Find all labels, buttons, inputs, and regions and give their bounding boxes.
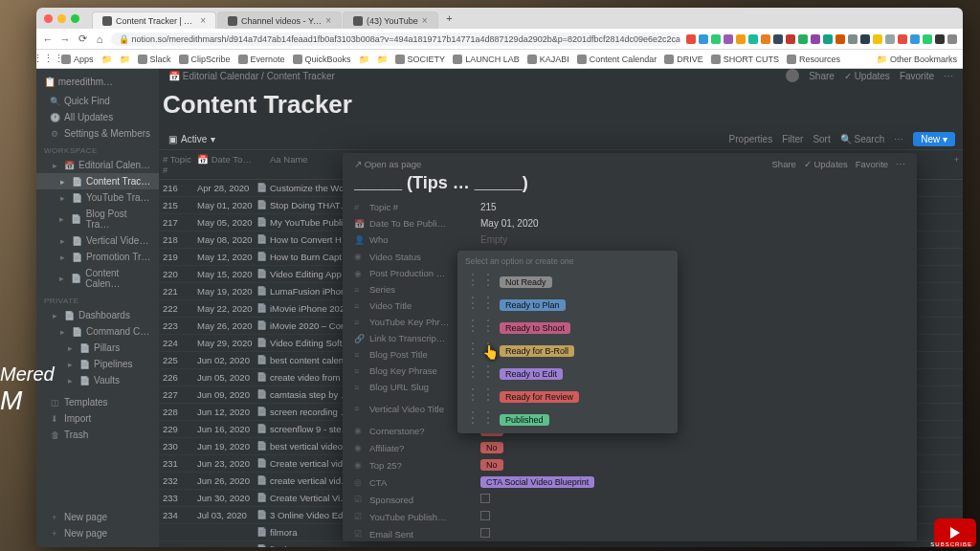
property-value[interactable]: Empty [480,234,905,245]
property-row[interactable]: 👤WhoEmpty [354,231,905,248]
property-value[interactable]: CTA Social Video Blueprint [480,476,905,488]
extension-icon[interactable] [748,34,758,44]
bookmark-item[interactable]: QuickBooks [293,55,351,64]
extension-icon[interactable] [798,34,808,44]
sidebar-item[interactable]: ▸📄Vertical Vide… [36,232,159,249]
all-updates[interactable]: 🕐All Updates [36,109,159,125]
column-header[interactable]: 📅 Date To… [197,154,256,175]
open-as-page[interactable]: ↗ Open as page [354,159,421,169]
bookmark-item[interactable]: ClipScribe [179,55,231,64]
property-row[interactable]: ◉Affiliate?No [354,439,905,456]
bookmark-item[interactable]: Apps [61,55,94,64]
forward-button[interactable]: → [59,33,71,45]
bookmark-item[interactable]: Content Calendar [577,55,657,64]
share-button[interactable]: Share [772,159,796,169]
workspace-switcher[interactable]: 📋 meredithm… [36,75,159,89]
extension-icon[interactable] [786,34,795,44]
page-title[interactable]: Content Tracker [159,90,963,127]
add-column[interactable]: + [940,154,959,175]
window-minimize[interactable] [57,14,66,23]
extension-icon[interactable] [811,34,820,44]
sidebar-item[interactable]: ▸📄YouTube Tra… [36,189,159,206]
extension-icon[interactable] [947,34,957,44]
close-icon[interactable]: × [200,15,206,26]
favorite-button[interactable]: Favorite [856,159,888,169]
extension-icon[interactable] [910,34,920,44]
sidebar-item[interactable]: ▸📄Blog Post Tra… [36,206,159,232]
new-tab[interactable]: + [444,12,456,24]
dropdown-option[interactable]: ⋮⋮Ready to Edit [461,361,674,383]
sidebar-item[interactable]: ▸📄Content Calen… [36,265,159,292]
checkbox[interactable] [480,528,490,538]
dropdown-option[interactable]: ⋮⋮Ready to Plan [461,292,674,314]
bookmark-item[interactable]: Slack [138,55,171,64]
sidebar-item[interactable]: ▸📄Pillars [36,340,159,356]
new-page-button[interactable]: +New page [36,509,159,525]
extension-icon[interactable] [773,34,783,44]
property-row[interactable]: 📅Date To Be Publi…May 01, 2020 [354,215,905,231]
updates-button[interactable]: ✓ Updates [804,159,848,169]
property-value[interactable]: May 01, 2020 [480,218,905,229]
dropdown-option[interactable]: ⋮⋮Ready to Shoot [461,315,674,337]
apps-button[interactable]: ⋮⋮⋮ [42,54,54,65]
panel-title[interactable]: _____ (Tips … _____) [354,173,905,193]
extension-icon[interactable] [848,34,858,44]
extension-icon[interactable] [761,34,770,44]
sidebar-item[interactable]: ▸📄Command C… [36,323,159,340]
sidebar-item[interactable]: ▸📄Dashboards [36,307,159,323]
breadcrumb[interactable]: Content Tracker [267,71,335,81]
extension-icon[interactable] [873,34,882,44]
property-row[interactable]: ☑Email Sent [354,525,905,541]
properties-button[interactable]: Properties [729,134,773,144]
extension-icon[interactable] [885,34,895,44]
favorite-button[interactable]: Favorite [900,71,934,81]
extension-icon[interactable] [711,34,721,44]
bookmark-item[interactable]: 📁 [377,55,388,64]
checkbox[interactable] [480,494,490,503]
property-value[interactable]: No [480,459,905,471]
sidebar-item[interactable]: ▸📄Pipelines [36,356,159,372]
templates[interactable]: ◫Templates [36,394,159,410]
reload-button[interactable]: ⟳ [77,33,88,45]
avatar[interactable] [786,69,799,82]
extension-icon[interactable] [898,34,907,44]
more-menu[interactable]: ⋯ [896,159,905,169]
import[interactable]: ⬇Import [36,410,159,427]
extension-icon[interactable] [860,34,870,44]
extension-icon[interactable] [736,34,746,44]
property-value[interactable]: No [480,442,905,453]
bookmark-item[interactable]: Resources [787,55,840,64]
browser-tab[interactable]: Channel videos - YouTube St…× [217,11,342,29]
checkbox[interactable] [480,511,490,520]
search-button[interactable]: 🔍 Search [840,134,884,144]
property-row[interactable]: ◎CTACTA Social Video Blueprint [354,474,905,491]
browser-tab[interactable]: Content Tracker | Active× [92,11,216,29]
more-menu[interactable]: ⋯ [944,71,953,81]
column-header[interactable]: # Topic # [163,154,197,175]
property-row[interactable]: ☑Sponsored [354,491,905,508]
home-button[interactable]: ⌂ [94,33,105,45]
bookmark-item[interactable]: 📁 [120,55,130,64]
close-icon[interactable]: × [422,15,428,26]
dropdown-option[interactable]: ⋮⋮Published [461,407,674,429]
property-value[interactable] [480,511,905,522]
extension-icon[interactable] [923,34,932,44]
dropdown-option[interactable]: ⋮⋮Not Ready [461,269,674,291]
sidebar-item[interactable]: ▸📄Vaults [36,372,159,388]
new-page-button-2[interactable]: +New page [36,525,159,541]
property-value[interactable] [480,528,905,540]
settings-members[interactable]: ⚙Settings & Members [36,125,159,142]
view-selector[interactable]: ▣ Active ▾ [163,131,221,147]
bookmark-item[interactable]: 📁 [101,55,112,64]
property-value[interactable] [480,494,905,505]
bookmark-item[interactable]: SOCIETY [395,55,446,64]
extension-icon[interactable] [935,34,945,44]
sidebar-item[interactable]: ▸📅Editorial Calen… [36,157,159,173]
sidebar-item[interactable]: ▸📄Promotion Tr… [36,249,159,265]
trash[interactable]: 🗑Trash [36,427,159,443]
bookmark-item[interactable]: KAJABI [527,55,569,64]
sort-button[interactable]: Sort [813,134,830,144]
browser-tab[interactable]: (43) YouTube× [343,11,438,29]
property-row[interactable]: #Topic #215 [354,199,905,215]
filter-button[interactable]: Filter [782,134,803,144]
